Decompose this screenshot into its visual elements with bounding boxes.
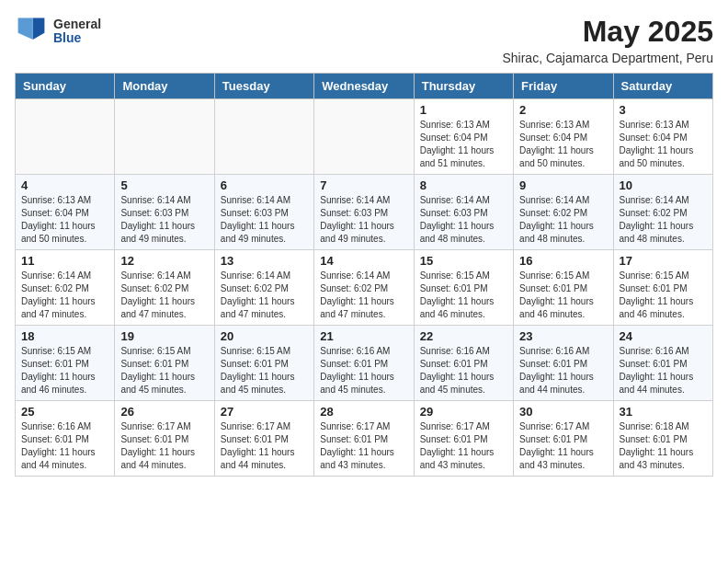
day-number: 23 xyxy=(519,329,607,343)
cell-content: Sunrise: 6:17 AM Sunset: 6:01 PM Dayligh… xyxy=(320,420,407,472)
day-number: 24 xyxy=(620,329,707,343)
calendar-cell xyxy=(214,99,313,175)
day-number: 1 xyxy=(420,103,507,117)
calendar-cell: 29Sunrise: 6:17 AM Sunset: 6:01 PM Dayli… xyxy=(414,401,513,477)
day-number: 20 xyxy=(221,329,308,343)
cell-content: Sunrise: 6:14 AM Sunset: 6:02 PM Dayligh… xyxy=(620,194,707,246)
calendar-cell: 13Sunrise: 6:14 AM Sunset: 6:02 PM Dayli… xyxy=(214,250,313,326)
cell-content: Sunrise: 6:13 AM Sunset: 6:04 PM Dayligh… xyxy=(519,119,607,170)
calendar-cell: 15Sunrise: 6:15 AM Sunset: 6:01 PM Dayli… xyxy=(414,250,513,326)
day-number: 29 xyxy=(420,405,507,419)
cell-content: Sunrise: 6:14 AM Sunset: 6:02 PM Dayligh… xyxy=(120,270,208,321)
cell-content: Sunrise: 6:18 AM Sunset: 6:01 PM Dayligh… xyxy=(620,420,707,472)
cell-content: Sunrise: 6:14 AM Sunset: 6:02 PM Dayligh… xyxy=(320,270,407,321)
cell-content: Sunrise: 6:16 AM Sunset: 6:01 PM Dayligh… xyxy=(620,345,707,396)
calendar-week-row: 18Sunrise: 6:15 AM Sunset: 6:01 PM Dayli… xyxy=(16,326,713,401)
logo: General Blue xyxy=(15,15,101,48)
cell-content: Sunrise: 6:14 AM Sunset: 6:03 PM Dayligh… xyxy=(320,194,407,246)
title-block: May 2025 Shirac, Cajamarca Department, P… xyxy=(502,15,713,65)
cell-content: Sunrise: 6:17 AM Sunset: 6:01 PM Dayligh… xyxy=(120,420,208,472)
cell-content: Sunrise: 6:14 AM Sunset: 6:02 PM Dayligh… xyxy=(221,270,308,321)
day-number: 6 xyxy=(221,178,308,192)
calendar-week-row: 1Sunrise: 6:13 AM Sunset: 6:04 PM Daylig… xyxy=(16,99,713,175)
day-number: 25 xyxy=(21,405,108,419)
day-number: 17 xyxy=(620,254,707,268)
month-title: May 2025 xyxy=(502,15,713,49)
calendar-cell: 24Sunrise: 6:16 AM Sunset: 6:01 PM Dayli… xyxy=(613,326,712,401)
day-number: 14 xyxy=(320,254,407,268)
weekday-header: Monday xyxy=(115,74,214,99)
day-number: 5 xyxy=(120,178,208,192)
calendar-cell: 2Sunrise: 6:13 AM Sunset: 6:04 PM Daylig… xyxy=(514,99,613,175)
day-number: 12 xyxy=(120,254,208,268)
day-number: 8 xyxy=(420,178,507,192)
calendar-cell: 18Sunrise: 6:15 AM Sunset: 6:01 PM Dayli… xyxy=(16,326,115,401)
cell-content: Sunrise: 6:13 AM Sunset: 6:04 PM Dayligh… xyxy=(620,119,707,170)
weekday-header: Sunday xyxy=(16,74,115,99)
weekday-header: Thursday xyxy=(414,74,513,99)
logo-general-text: General xyxy=(53,17,101,31)
calendar-cell: 17Sunrise: 6:15 AM Sunset: 6:01 PM Dayli… xyxy=(613,250,712,326)
cell-content: Sunrise: 6:15 AM Sunset: 6:01 PM Dayligh… xyxy=(21,345,108,396)
calendar-cell: 21Sunrise: 6:16 AM Sunset: 6:01 PM Dayli… xyxy=(314,326,414,401)
day-number: 4 xyxy=(21,178,108,192)
calendar-cell: 9Sunrise: 6:14 AM Sunset: 6:02 PM Daylig… xyxy=(514,175,613,250)
day-number: 7 xyxy=(320,178,407,192)
calendar-cell: 6Sunrise: 6:14 AM Sunset: 6:03 PM Daylig… xyxy=(214,175,313,250)
cell-content: Sunrise: 6:16 AM Sunset: 6:01 PM Dayligh… xyxy=(21,420,108,472)
calendar-cell: 26Sunrise: 6:17 AM Sunset: 6:01 PM Dayli… xyxy=(115,401,214,477)
cell-content: Sunrise: 6:14 AM Sunset: 6:03 PM Dayligh… xyxy=(221,194,308,246)
cell-content: Sunrise: 6:14 AM Sunset: 6:03 PM Dayligh… xyxy=(420,194,507,246)
cell-content: Sunrise: 6:16 AM Sunset: 6:01 PM Dayligh… xyxy=(420,345,507,396)
calendar-cell: 23Sunrise: 6:16 AM Sunset: 6:01 PM Dayli… xyxy=(514,326,613,401)
day-number: 16 xyxy=(519,254,607,268)
cell-content: Sunrise: 6:14 AM Sunset: 6:03 PM Dayligh… xyxy=(120,194,208,246)
logo-text: General Blue xyxy=(53,17,101,46)
day-number: 18 xyxy=(21,329,108,343)
calendar-cell: 7Sunrise: 6:14 AM Sunset: 6:03 PM Daylig… xyxy=(314,175,414,250)
calendar-week-row: 4Sunrise: 6:13 AM Sunset: 6:04 PM Daylig… xyxy=(16,175,713,250)
calendar-cell: 19Sunrise: 6:15 AM Sunset: 6:01 PM Dayli… xyxy=(115,326,214,401)
weekday-header: Tuesday xyxy=(214,74,313,99)
day-number: 3 xyxy=(620,103,707,117)
calendar-cell: 30Sunrise: 6:17 AM Sunset: 6:01 PM Dayli… xyxy=(514,401,613,477)
calendar-cell: 10Sunrise: 6:14 AM Sunset: 6:02 PM Dayli… xyxy=(613,175,712,250)
calendar-cell: 28Sunrise: 6:17 AM Sunset: 6:01 PM Dayli… xyxy=(314,401,414,477)
day-number: 27 xyxy=(221,405,308,419)
calendar-cell: 22Sunrise: 6:16 AM Sunset: 6:01 PM Dayli… xyxy=(414,326,513,401)
logo-blue-text: Blue xyxy=(53,31,101,45)
calendar-cell xyxy=(16,99,115,175)
day-number: 13 xyxy=(221,254,308,268)
day-number: 11 xyxy=(21,254,108,268)
cell-content: Sunrise: 6:17 AM Sunset: 6:01 PM Dayligh… xyxy=(519,420,607,472)
cell-content: Sunrise: 6:16 AM Sunset: 6:01 PM Dayligh… xyxy=(519,345,607,396)
cell-content: Sunrise: 6:15 AM Sunset: 6:01 PM Dayligh… xyxy=(120,345,208,396)
day-number: 28 xyxy=(320,405,407,419)
cell-content: Sunrise: 6:15 AM Sunset: 6:01 PM Dayligh… xyxy=(420,270,507,321)
calendar-week-row: 25Sunrise: 6:16 AM Sunset: 6:01 PM Dayli… xyxy=(16,401,713,477)
day-number: 31 xyxy=(620,405,707,419)
cell-content: Sunrise: 6:14 AM Sunset: 6:02 PM Dayligh… xyxy=(21,270,108,321)
calendar-cell xyxy=(115,99,214,175)
cell-content: Sunrise: 6:15 AM Sunset: 6:01 PM Dayligh… xyxy=(620,270,707,321)
cell-content: Sunrise: 6:15 AM Sunset: 6:01 PM Dayligh… xyxy=(221,345,308,396)
calendar-cell: 16Sunrise: 6:15 AM Sunset: 6:01 PM Dayli… xyxy=(514,250,613,326)
weekday-header: Wednesday xyxy=(314,74,414,99)
logo-icon xyxy=(15,15,48,48)
cell-content: Sunrise: 6:17 AM Sunset: 6:01 PM Dayligh… xyxy=(221,420,308,472)
calendar-cell: 5Sunrise: 6:14 AM Sunset: 6:03 PM Daylig… xyxy=(115,175,214,250)
day-number: 15 xyxy=(420,254,507,268)
cell-content: Sunrise: 6:16 AM Sunset: 6:01 PM Dayligh… xyxy=(320,345,407,396)
calendar-cell: 20Sunrise: 6:15 AM Sunset: 6:01 PM Dayli… xyxy=(214,326,313,401)
day-number: 26 xyxy=(120,405,208,419)
calendar-cell: 25Sunrise: 6:16 AM Sunset: 6:01 PM Dayli… xyxy=(16,401,115,477)
cell-content: Sunrise: 6:15 AM Sunset: 6:01 PM Dayligh… xyxy=(519,270,607,321)
cell-content: Sunrise: 6:14 AM Sunset: 6:02 PM Dayligh… xyxy=(519,194,607,246)
cell-content: Sunrise: 6:13 AM Sunset: 6:04 PM Dayligh… xyxy=(21,194,108,246)
day-number: 10 xyxy=(620,178,707,192)
calendar-table: SundayMondayTuesdayWednesdayThursdayFrid… xyxy=(15,73,713,477)
cell-content: Sunrise: 6:17 AM Sunset: 6:01 PM Dayligh… xyxy=(420,420,507,472)
calendar-cell: 27Sunrise: 6:17 AM Sunset: 6:01 PM Dayli… xyxy=(214,401,313,477)
calendar-cell: 1Sunrise: 6:13 AM Sunset: 6:04 PM Daylig… xyxy=(414,99,513,175)
day-number: 2 xyxy=(519,103,607,117)
